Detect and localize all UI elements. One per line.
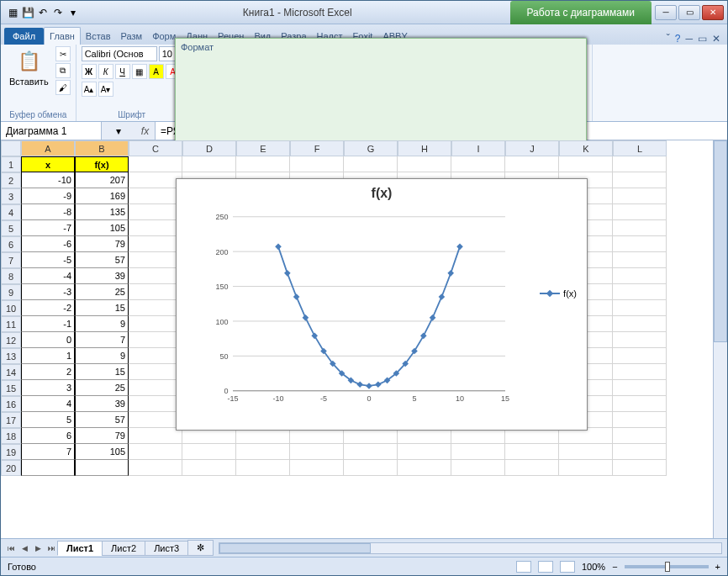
row-header[interactable]: 15 [1, 380, 21, 396]
tab-file[interactable]: Файл [4, 28, 44, 45]
mdi-restore-icon[interactable]: ▭ [698, 33, 707, 45]
cell[interactable] [129, 460, 182, 476]
mdi-minimize-icon[interactable]: ─ [685, 33, 693, 45]
fill-color-button[interactable]: A [149, 64, 164, 79]
tab-insert[interactable]: Встав [81, 28, 116, 45]
column-header[interactable]: B [75, 140, 129, 156]
row-header[interactable]: 14 [1, 364, 21, 380]
italic-button[interactable]: К [98, 64, 113, 79]
cell[interactable]: 3 [21, 380, 75, 396]
cell[interactable] [559, 156, 613, 172]
cell[interactable]: 2 [21, 364, 75, 380]
maximize-button[interactable]: ▭ [678, 5, 700, 20]
row-header[interactable]: 2 [1, 172, 21, 188]
horizontal-scrollbar[interactable] [219, 542, 722, 554]
cell[interactable] [613, 396, 667, 412]
cell[interactable]: 39 [75, 268, 129, 284]
cell[interactable]: 0 [21, 332, 75, 348]
cell[interactable] [451, 460, 505, 476]
row-header[interactable]: 13 [1, 348, 21, 364]
row-header[interactable]: 16 [1, 396, 21, 412]
close-button[interactable]: ✕ [702, 5, 724, 20]
cell[interactable] [451, 156, 505, 172]
cell[interactable] [75, 460, 129, 476]
cell[interactable] [182, 444, 236, 460]
cell[interactable] [129, 268, 182, 284]
border-button[interactable]: ▦ [132, 64, 147, 79]
vertical-scrollbar[interactable] [713, 140, 727, 538]
cell[interactable]: -7 [21, 220, 75, 236]
cell[interactable] [613, 316, 667, 332]
format-painter-icon[interactable]: 🖌 [55, 80, 71, 95]
row-header[interactable]: 8 [1, 268, 21, 284]
cell[interactable] [613, 220, 667, 236]
cell[interactable] [613, 236, 667, 252]
vertical-scroll-thumb[interactable] [714, 140, 727, 342]
cell[interactable]: -6 [21, 236, 75, 252]
cell[interactable]: 9 [75, 348, 129, 364]
cell[interactable] [613, 412, 667, 428]
column-header[interactable]: G [344, 140, 398, 156]
undo-icon[interactable]: ↶ [36, 6, 50, 19]
column-header[interactable]: A [21, 140, 75, 156]
cell[interactable] [129, 188, 182, 204]
cell[interactable] [129, 220, 182, 236]
cell[interactable] [129, 380, 182, 396]
cell[interactable] [398, 156, 451, 172]
ribbon-minimize-icon[interactable]: ˇ [667, 33, 670, 45]
cell[interactable]: 57 [75, 412, 129, 428]
row-header[interactable]: 20 [1, 460, 21, 476]
cell[interactable] [129, 444, 182, 460]
sheet-tab-3[interactable]: Лист3 [145, 541, 188, 556]
cell[interactable] [613, 348, 667, 364]
cell[interactable] [129, 428, 182, 444]
page-break-view-button[interactable] [560, 561, 575, 573]
cell[interactable]: 7 [21, 444, 75, 460]
row-header[interactable]: 9 [1, 284, 21, 300]
cell[interactable]: -9 [21, 188, 75, 204]
cell[interactable]: 79 [75, 428, 129, 444]
cell[interactable] [129, 332, 182, 348]
cell[interactable] [613, 188, 667, 204]
cell[interactable]: 9 [75, 316, 129, 332]
sheet-nav-last-icon[interactable]: ⏭ [45, 542, 58, 555]
zoom-level[interactable]: 100% [582, 562, 605, 572]
row-header[interactable]: 10 [1, 300, 21, 316]
cell[interactable] [398, 444, 451, 460]
cell[interactable] [613, 156, 667, 172]
save-icon[interactable]: 💾 [21, 6, 34, 19]
increase-font-icon[interactable]: A▴ [82, 82, 97, 97]
cut-icon[interactable]: ✂ [55, 46, 71, 61]
redo-icon[interactable]: ↷ [51, 6, 65, 19]
cell[interactable] [290, 460, 344, 476]
select-all-corner[interactable] [1, 140, 21, 156]
column-header[interactable]: I [451, 140, 505, 156]
name-box[interactable]: Диаграмма 1 [1, 122, 102, 140]
mdi-close-icon[interactable]: ✕ [712, 33, 720, 45]
cell[interactable] [559, 444, 613, 460]
cell[interactable] [236, 444, 290, 460]
cell[interactable]: 79 [75, 236, 129, 252]
cell[interactable] [613, 300, 667, 316]
cell[interactable] [505, 444, 559, 460]
chart-legend[interactable]: f(x) [540, 288, 577, 299]
sheet-nav-first-icon[interactable]: ⏮ [4, 542, 18, 555]
cell[interactable] [182, 460, 236, 476]
cell[interactable] [21, 460, 75, 476]
cell[interactable]: f(x) [75, 156, 129, 172]
cell[interactable] [505, 460, 559, 476]
cell[interactable] [129, 156, 182, 172]
cell[interactable] [613, 268, 667, 284]
cell[interactable] [129, 204, 182, 220]
zoom-slider[interactable] [625, 565, 709, 568]
new-sheet-button[interactable]: ✼ [187, 540, 214, 556]
zoom-slider-thumb[interactable] [665, 562, 670, 572]
cell[interactable]: 1 [21, 348, 75, 364]
cell[interactable]: 25 [75, 284, 129, 300]
cell[interactable]: 57 [75, 252, 129, 268]
cell[interactable] [344, 460, 398, 476]
namebox-dropdown-icon[interactable]: ▾ [116, 125, 121, 137]
row-header[interactable]: 18 [1, 428, 21, 444]
qat-more-icon[interactable]: ▾ [66, 6, 80, 19]
cell[interactable] [344, 444, 398, 460]
